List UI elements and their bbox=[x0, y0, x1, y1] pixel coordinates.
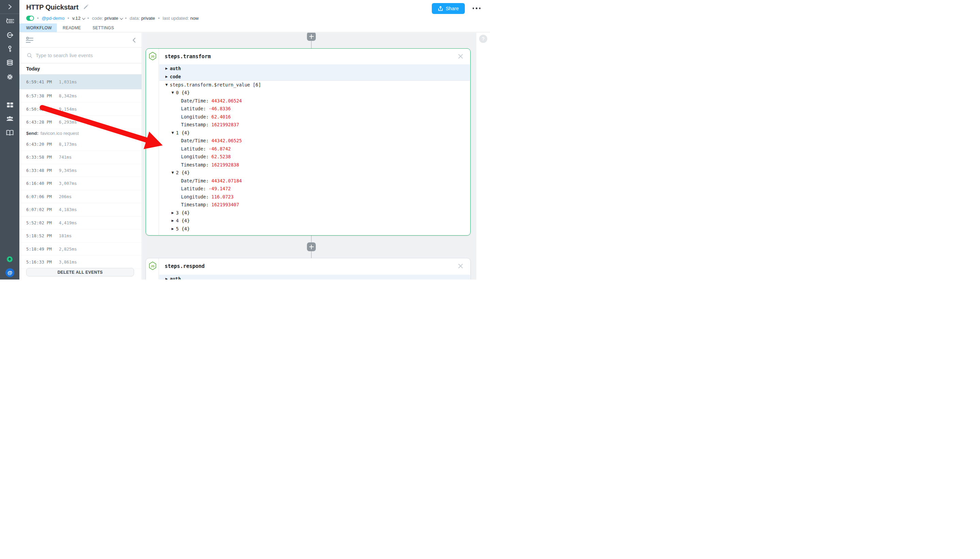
workflow-meta-row: • @pd-demo • v.12 • code: private • data… bbox=[26, 16, 199, 21]
pipedream-workflow-app: @ HTTP Quickstart • @pd-demo • v.12 • co… bbox=[0, 0, 490, 280]
apps-grid-icon[interactable] bbox=[0, 101, 20, 109]
workflows-icon[interactable] bbox=[0, 17, 20, 25]
svg-text:JS: JS bbox=[151, 55, 155, 58]
event-list-item[interactable]: 5:16:33 PM3,861ms bbox=[20, 256, 142, 269]
event-list-item[interactable]: 6:07:02 PM4,183ms bbox=[20, 203, 142, 217]
step-title: steps.respond bbox=[165, 258, 205, 274]
event-list-item[interactable]: 6:16:40 PM3,007ms bbox=[20, 177, 142, 190]
event-list-item[interactable]: 6:57:38 PM8,342ms bbox=[20, 89, 142, 103]
triangle-collapsed-icon[interactable]: ▶ bbox=[172, 219, 176, 222]
event-sources-icon[interactable] bbox=[0, 31, 20, 39]
edit-title-pencil-icon[interactable] bbox=[83, 4, 89, 11]
key-icon[interactable] bbox=[0, 45, 20, 53]
event-list-item[interactable]: 6:43:28 PM6,293ms bbox=[20, 116, 142, 129]
share-button[interactable]: Share bbox=[432, 3, 465, 14]
triangle-collapsed-icon[interactable]: ▶ bbox=[165, 67, 170, 70]
event-list-item[interactable]: 6:43:20 PM8,173ms bbox=[20, 138, 142, 151]
filter-events-icon[interactable] bbox=[26, 37, 33, 45]
sidebar-divider bbox=[0, 13, 20, 14]
tree-key-value-row: Latitude:-46.8336 bbox=[159, 105, 470, 113]
event-list-item[interactable]: 6:50:42 PM9,154ms bbox=[20, 103, 142, 116]
event-list-item[interactable]: 6:33:48 PM9,345ms bbox=[20, 164, 142, 177]
nodejs-icon: JS bbox=[149, 261, 157, 272]
database-icon[interactable] bbox=[0, 59, 20, 67]
event-end-label: $end:favicon.ico request bbox=[20, 129, 142, 138]
workflow-canvas: JS steps.transform ▶auth▶code▼steps.tran… bbox=[142, 33, 477, 280]
triangle-expanded-icon[interactable]: ▼ bbox=[165, 83, 170, 86]
triangle-expanded-icon[interactable]: ▼ bbox=[172, 171, 176, 174]
event-list-item[interactable]: 5:52:02 PM4,419ms bbox=[20, 217, 142, 230]
last-updated: last updated: now bbox=[163, 16, 199, 21]
step-result-tree: ▶auth bbox=[159, 275, 470, 280]
svg-text:JS: JS bbox=[151, 265, 155, 268]
tab-settings[interactable]: SETTINGS bbox=[87, 23, 120, 32]
search-icon bbox=[27, 53, 32, 58]
events-section-header: Today bbox=[20, 63, 142, 74]
event-list-item[interactable]: 6:07:06 PM206ms bbox=[20, 190, 142, 203]
step-icon-column: JS bbox=[146, 49, 159, 235]
tree-expandable-row[interactable]: ▶3{4} bbox=[159, 209, 470, 217]
tree-expandable-row[interactable]: ▶4{4} bbox=[159, 217, 470, 225]
delete-all-events-button[interactable]: DELETE ALL EVENTS bbox=[26, 268, 134, 276]
tree-key-value-row: Longitude:116.0723 bbox=[159, 193, 470, 201]
help-button[interactable]: ? bbox=[479, 35, 487, 43]
tree-key-value-row: Timestamp:1621992838 bbox=[159, 161, 470, 169]
code-visibility-dropdown[interactable]: code: private bbox=[92, 16, 122, 21]
close-step-icon[interactable] bbox=[457, 53, 464, 60]
triangle-collapsed-icon[interactable]: ▶ bbox=[172, 211, 176, 215]
tree-key-value-row: Date/Time:44342.06525 bbox=[159, 137, 470, 145]
tree-key-value-row: Latitude:-46.8742 bbox=[159, 145, 470, 153]
upgrade-icon[interactable] bbox=[0, 256, 20, 262]
version-dropdown[interactable]: v.12 bbox=[72, 16, 84, 21]
step-icon-column: JS bbox=[146, 258, 159, 280]
tree-expandable-row[interactable]: ▼2{4} bbox=[159, 169, 470, 177]
workflow-tabs: WORKFLOWREADMESETTINGS bbox=[20, 23, 120, 32]
tab-workflow[interactable]: WORKFLOW bbox=[20, 23, 57, 32]
live-events-panel: Today 6:59:41 PM1,031ms6:57:38 PM8,342ms… bbox=[20, 33, 142, 280]
tab-readme[interactable]: README bbox=[57, 23, 87, 32]
more-options-button[interactable] bbox=[472, 5, 482, 12]
tree-expandable-row[interactable]: ▶auth bbox=[159, 275, 470, 280]
tree-key-value-row: Longitude:62.4016 bbox=[159, 113, 470, 121]
tree-expandable-row[interactable]: ▶code bbox=[159, 73, 470, 81]
step-card-respond: JS steps.respond ▶auth bbox=[146, 258, 470, 280]
triangle-collapsed-icon[interactable]: ▶ bbox=[165, 277, 170, 280]
add-step-button-top[interactable] bbox=[307, 33, 316, 41]
triangle-collapsed-icon[interactable]: ▶ bbox=[172, 227, 176, 230]
settings-gear-icon[interactable] bbox=[0, 73, 20, 81]
expand-sidebar-icon[interactable] bbox=[0, 3, 20, 10]
triangle-collapsed-icon[interactable]: ▶ bbox=[165, 75, 170, 78]
help-rail: ? bbox=[477, 33, 490, 280]
tree-expandable-row[interactable]: ▶5{4} bbox=[159, 225, 470, 233]
tree-key-value-row: Timestamp:1621993407 bbox=[159, 201, 470, 209]
add-step-button-middle[interactable] bbox=[307, 242, 316, 251]
community-people-icon[interactable] bbox=[0, 115, 20, 123]
page-title: HTTP Quickstart bbox=[26, 3, 78, 11]
docs-book-icon[interactable] bbox=[0, 129, 20, 137]
triangle-expanded-icon[interactable]: ▼ bbox=[172, 91, 176, 94]
event-list-item[interactable]: 5:18:52 PM181ms bbox=[20, 230, 142, 243]
tree-key-value-row: Latitude:-49.1472 bbox=[159, 185, 470, 193]
tree-expandable-row[interactable]: ▼0{4} bbox=[159, 89, 470, 97]
tree-key-value-row: Longitude:62.5238 bbox=[159, 153, 470, 161]
event-list-item[interactable]: 5:18:49 PM2,825ms bbox=[20, 243, 142, 256]
step-title: steps.transform bbox=[165, 49, 211, 64]
events-toolbar bbox=[20, 33, 142, 48]
tree-expandable-row[interactable]: ▼steps.transform.$return_value[6] bbox=[159, 81, 470, 89]
search-input[interactable] bbox=[36, 53, 142, 58]
event-list-item[interactable]: 6:33:58 PM741ms bbox=[20, 151, 142, 164]
account-avatar[interactable]: @ bbox=[0, 268, 20, 277]
workflow-header: HTTP Quickstart • @pd-demo • v.12 • code… bbox=[20, 0, 490, 32]
tree-expandable-row[interactable]: ▼1{4} bbox=[159, 129, 470, 137]
event-list-item[interactable]: 6:59:41 PM1,031ms bbox=[20, 74, 142, 89]
collapse-panel-icon[interactable] bbox=[132, 38, 136, 44]
workspace-link[interactable]: @pd-demo bbox=[42, 16, 64, 21]
step-result-tree: ▶auth▶code▼steps.transform.$return_value… bbox=[159, 64, 470, 235]
event-search-row bbox=[20, 48, 142, 63]
step-card-transform: JS steps.transform ▶auth▶code▼steps.tran… bbox=[146, 48, 470, 236]
tree-key-value-row: Timestamp:1621992837 bbox=[159, 121, 470, 129]
deploy-toggle[interactable] bbox=[26, 16, 34, 21]
triangle-expanded-icon[interactable]: ▼ bbox=[172, 131, 176, 134]
tree-expandable-row[interactable]: ▶auth bbox=[159, 64, 470, 73]
close-step-icon[interactable] bbox=[457, 262, 464, 270]
